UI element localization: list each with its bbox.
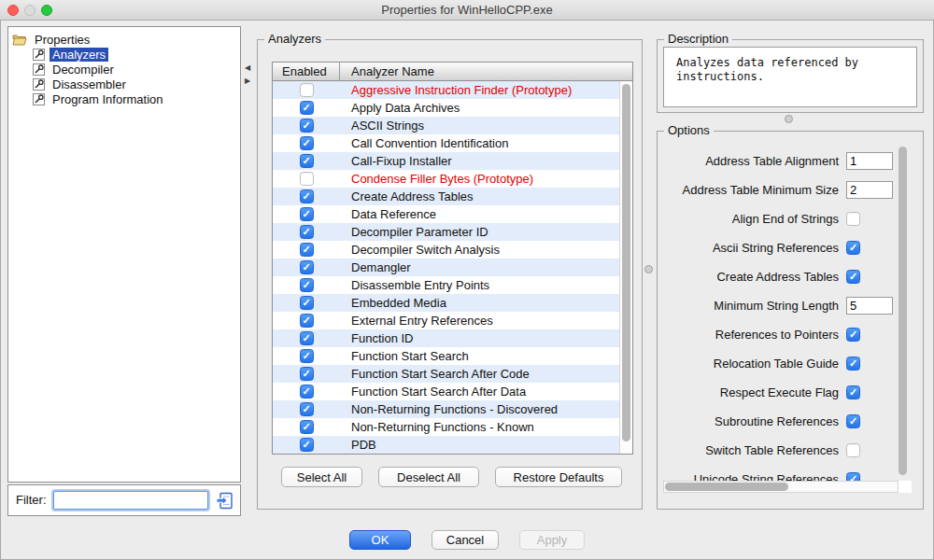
analyzer-row[interactable]: Data Reference <box>273 205 632 223</box>
analyzer-name[interactable]: External Entry References <box>340 314 632 328</box>
analyzer-row[interactable]: Call Convention Identification <box>273 134 632 152</box>
analyzer-name[interactable]: Non-Returning Functions - Discovered <box>340 402 632 416</box>
column-header-enabled[interactable]: Enabled <box>273 63 340 80</box>
splitter-collapse-left-icon[interactable]: ◀ <box>243 64 252 72</box>
option-checkbox[interactable] <box>846 241 860 255</box>
option-checkbox[interactable] <box>846 212 860 226</box>
option-checkbox[interactable] <box>846 472 860 481</box>
close-window-button[interactable] <box>7 5 19 16</box>
analyzer-row[interactable]: ASCII Strings <box>273 117 632 134</box>
analyzer-enabled-checkbox[interactable] <box>300 260 314 274</box>
analyzer-row[interactable]: Create Address Tables <box>273 188 632 205</box>
analyzer-enabled-checkbox[interactable] <box>300 420 314 434</box>
analyzer-name[interactable]: ASCII Strings <box>340 119 632 133</box>
analyzer-enabled-checkbox[interactable] <box>300 438 314 452</box>
option-checkbox[interactable] <box>846 328 860 342</box>
tree-node-analyzers[interactable]: Analyzers <box>33 47 236 62</box>
analyzer-row[interactable]: Aggressive Instruction Finder (Prototype… <box>273 81 632 99</box>
deselect-all-button[interactable]: Deselect All <box>378 467 479 487</box>
cancel-button[interactable]: Cancel <box>432 530 499 550</box>
horizontal-splitter-handle[interactable] <box>785 115 793 123</box>
option-checkbox[interactable] <box>846 385 860 399</box>
analyzer-name[interactable]: Function ID <box>340 331 632 345</box>
analyzer-name[interactable]: Call Convention Identification <box>340 136 632 150</box>
analyzer-enabled-checkbox[interactable] <box>300 385 314 399</box>
analyzer-name[interactable]: Apply Data Archives <box>340 101 632 115</box>
analyzer-name[interactable]: Demangler <box>340 260 632 274</box>
analyzer-row[interactable]: Decompiler Switch Analysis <box>273 241 632 259</box>
analyzer-name[interactable]: Data Reference <box>340 207 632 221</box>
option-checkbox[interactable] <box>846 357 860 371</box>
analyzer-row[interactable]: Call-Fixup Installer <box>273 152 632 170</box>
analyzer-enabled-checkbox[interactable] <box>300 402 314 416</box>
option-checkbox[interactable] <box>846 270 860 284</box>
filter-input[interactable] <box>53 491 208 510</box>
splitter-expand-right-icon[interactable]: ▶ <box>243 77 252 85</box>
analyzer-enabled-checkbox[interactable] <box>300 278 314 292</box>
analyzer-enabled-checkbox[interactable] <box>300 296 314 310</box>
analyzer-enabled-checkbox[interactable] <box>300 101 314 115</box>
analyzer-row[interactable]: Function Start Search <box>273 347 632 365</box>
vertical-splitter-handle[interactable] <box>644 265 653 273</box>
analyzer-name[interactable]: Create Address Tables <box>340 189 632 203</box>
analyzer-row[interactable]: External Entry References <box>273 312 632 329</box>
option-checkbox[interactable] <box>846 414 860 428</box>
analyzer-enabled-checkbox[interactable] <box>300 172 314 186</box>
analyzer-enabled-checkbox[interactable] <box>300 189 314 203</box>
analyzer-row[interactable]: PDB <box>273 436 632 454</box>
analyzer-name[interactable]: Decompiler Parameter ID <box>340 225 632 239</box>
tree-node-program-information[interactable]: Program Information <box>33 91 236 106</box>
scrollbar-thumb[interactable] <box>665 483 788 491</box>
analyzer-name[interactable]: Disassemble Entry Points <box>340 278 632 292</box>
analyzer-enabled-checkbox[interactable] <box>300 331 314 345</box>
analyzer-row[interactable]: Non-Returning Functions - Discovered <box>273 400 632 418</box>
analyzer-name[interactable]: Call-Fixup Installer <box>340 154 632 168</box>
option-text-field[interactable] <box>846 297 893 315</box>
analyzer-enabled-checkbox[interactable] <box>300 207 314 221</box>
analyzer-name[interactable]: Non-Returning Functions - Known <box>340 420 632 434</box>
option-text-field[interactable] <box>846 181 893 199</box>
zoom-window-button[interactable] <box>41 5 52 16</box>
analyzer-name[interactable]: Aggressive Instruction Finder (Prototype… <box>340 83 632 97</box>
analyzer-name[interactable]: Decompiler Switch Analysis <box>340 243 632 257</box>
analyzer-name[interactable]: Function Start Search After Code <box>340 367 632 381</box>
analyzer-name[interactable]: Function Start Search After Data <box>340 385 632 399</box>
analyzer-row[interactable]: Function Start Search After Code <box>273 365 632 383</box>
option-checkbox[interactable] <box>846 443 860 457</box>
tree-node-properties[interactable]: Properties <box>12 32 236 47</box>
analyzer-name[interactable]: Embedded Media <box>340 296 632 310</box>
analyzer-row[interactable]: Disassemble Entry Points <box>273 276 632 294</box>
analyzer-row[interactable]: Function ID <box>273 329 632 347</box>
analyzer-row[interactable]: Embedded Media <box>273 294 632 312</box>
select-all-button[interactable]: Select All <box>281 467 362 487</box>
scrollbar-thumb[interactable] <box>622 84 630 441</box>
analyzer-enabled-checkbox[interactable] <box>300 136 314 150</box>
tree-node-disassembler[interactable]: Disassembler <box>33 77 236 91</box>
analyzer-row[interactable]: Condense Filler Bytes (Prototype) <box>273 170 632 188</box>
options-vertical-scrollbar[interactable] <box>897 145 909 481</box>
analyzer-row[interactable]: Apply Data Archives <box>273 99 632 117</box>
analyzer-enabled-checkbox[interactable] <box>300 349 314 363</box>
analyzer-row[interactable]: Demangler <box>273 259 632 276</box>
analyzer-enabled-checkbox[interactable] <box>300 367 314 381</box>
analyzer-enabled-checkbox[interactable] <box>300 243 314 257</box>
scrollbar-thumb[interactable] <box>899 147 907 475</box>
analyzer-enabled-checkbox[interactable] <box>300 314 314 328</box>
column-header-analyzer-name[interactable]: Analyzer Name <box>340 63 632 80</box>
analyzer-row[interactable]: Non-Returning Functions - Known <box>273 418 632 436</box>
option-text-field[interactable] <box>846 152 893 170</box>
analyzer-row[interactable]: Function Start Search After Data <box>273 383 632 400</box>
analyzer-enabled-checkbox[interactable] <box>300 83 314 97</box>
ok-button[interactable]: OK <box>349 530 411 550</box>
analyzer-enabled-checkbox[interactable] <box>300 225 314 239</box>
analyzer-row[interactable]: Decompiler Parameter ID <box>273 223 632 241</box>
restore-defaults-button[interactable]: Restore Defaults <box>495 467 622 487</box>
analyzer-enabled-checkbox[interactable] <box>300 119 314 133</box>
analyzer-name[interactable]: PDB <box>340 438 632 452</box>
tree-node-decompiler[interactable]: Decompiler <box>33 62 236 77</box>
analyzer-enabled-checkbox[interactable] <box>300 154 314 168</box>
analyzer-name[interactable]: Function Start Search <box>340 349 632 363</box>
analyzer-name[interactable]: Condense Filler Bytes (Prototype) <box>340 172 632 186</box>
options-horizontal-scrollbar[interactable] <box>663 481 899 493</box>
table-vertical-scrollbar[interactable] <box>619 81 632 454</box>
